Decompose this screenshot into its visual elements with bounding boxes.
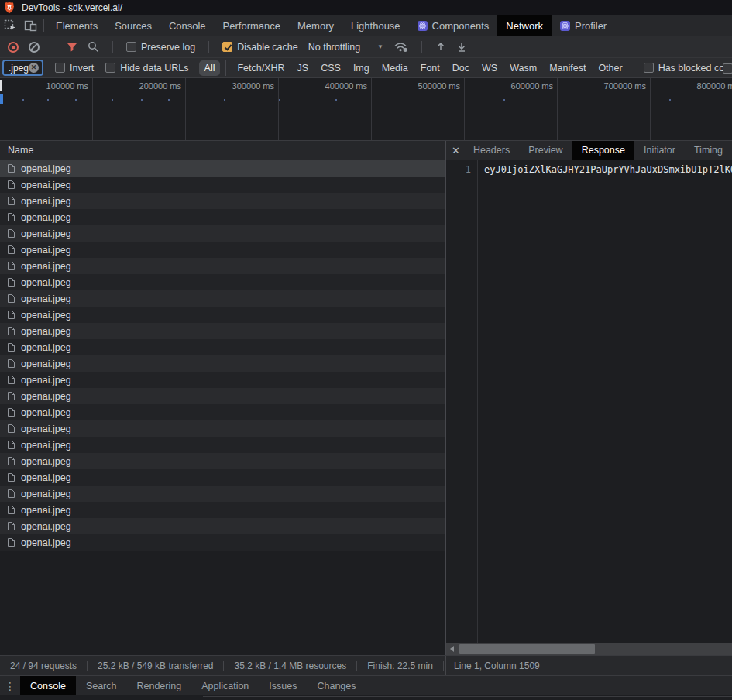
drawer-tab[interactable]: Changes	[307, 676, 366, 695]
response-content[interactable]: eyJ0IjoiZXlKaGJHY21PaUprYVhJaUxDSmxibU1p…	[478, 160, 732, 643]
request-row[interactable]: openai.jpeg	[0, 404, 445, 420]
request-row[interactable]: openai.jpeg	[0, 339, 445, 355]
request-row[interactable]: openai.jpeg	[0, 453, 445, 469]
resource-type-filter[interactable]: JS	[292, 60, 314, 76]
request-row[interactable]: openai.jpeg	[0, 307, 445, 323]
drawer-tab[interactable]: Application	[191, 676, 259, 695]
scrollbar-thumb[interactable]	[459, 644, 595, 654]
throttling-select[interactable]: No throttling ▼	[308, 42, 383, 53]
request-row[interactable]: openai.jpeg	[0, 160, 445, 177]
drawer-tab-label: Changes	[317, 681, 356, 691]
panel-tab[interactable]: Network	[497, 15, 552, 36]
request-row[interactable]: openai.jpeg	[0, 209, 445, 225]
resource-type-filter[interactable]: All	[199, 60, 221, 76]
request-row[interactable]: openai.jpeg	[0, 437, 445, 453]
invert-checkbox[interactable]: Invert	[55, 63, 94, 74]
details-tab[interactable]: Headers	[464, 141, 519, 160]
resource-type-filter[interactable]: Fetch/XHR	[225, 60, 290, 76]
name-column-header[interactable]: Name	[0, 141, 445, 160]
preserve-log-checkbox[interactable]: Preserve log	[126, 42, 195, 53]
request-row[interactable]: openai.jpeg	[0, 355, 445, 372]
network-overview-timeline[interactable]: 100000 ms200000 ms300000 ms400000 ms5000…	[0, 78, 732, 141]
device-toolbar-button[interactable]	[20, 15, 40, 36]
resource-type-filter[interactable]: CSS	[315, 60, 346, 76]
request-row[interactable]: openai.jpeg	[0, 290, 445, 307]
inspect-element-button[interactable]	[0, 15, 20, 36]
resource-type-label: All	[204, 63, 215, 74]
search-icon[interactable]	[88, 41, 99, 53]
network-conditions-icon[interactable]	[393, 41, 408, 53]
overview-activity-mark	[75, 99, 77, 101]
drawer-tab[interactable]: Issues	[259, 676, 307, 695]
request-row[interactable]: openai.jpeg	[0, 258, 445, 274]
filter-input-value: .jpeg	[9, 63, 29, 74]
checkbox-unchecked[interactable]	[55, 63, 65, 73]
details-tab[interactable]: Preview	[519, 141, 572, 160]
panel-tab[interactable]: Console	[160, 15, 215, 36]
kebab-menu-icon[interactable]: ⋮	[0, 676, 20, 695]
import-har-icon[interactable]	[435, 41, 446, 53]
document-icon	[7, 245, 15, 255]
drawer-tab[interactable]: Rendering	[126, 676, 191, 695]
panel-tab[interactable]: Memory	[289, 15, 342, 36]
checkbox-checked[interactable]	[222, 42, 232, 52]
disable-cache-checkbox[interactable]: Disable cache	[222, 42, 298, 53]
hide-data-urls-checkbox[interactable]: Hide data URLs	[105, 63, 188, 74]
details-tab[interactable]: Response	[572, 141, 634, 160]
record-network-log-button[interactable]	[8, 42, 19, 53]
request-row[interactable]: openai.jpeg	[0, 177, 445, 193]
request-row[interactable]: openai.jpeg	[0, 502, 445, 518]
react-icon	[418, 21, 428, 31]
clear-network-log-button[interactable]	[29, 42, 40, 53]
clear-filter-icon[interactable]: ✕	[29, 63, 39, 73]
blocked-requests-checkbox-clipped[interactable]	[723, 63, 732, 74]
drawer-tab[interactable]: Console	[20, 676, 76, 695]
request-row[interactable]: openai.jpeg	[0, 193, 445, 209]
panel-tab-label: Console	[169, 20, 206, 32]
document-icon	[7, 440, 15, 450]
panel-tab[interactable]: Profiler	[552, 15, 615, 36]
resource-type-filter[interactable]: Doc	[447, 60, 475, 76]
panel-tab[interactable]: Performance	[215, 15, 289, 36]
resource-type-filter[interactable]: Img	[348, 60, 375, 76]
resource-type-filter[interactable]: Manifest	[544, 60, 591, 76]
export-har-icon[interactable]	[456, 41, 467, 53]
filter-icon[interactable]	[67, 42, 77, 53]
checkbox-unchecked[interactable]	[126, 42, 136, 52]
request-row[interactable]: openai.jpeg	[0, 518, 445, 534]
panel-tab[interactable]: Sources	[106, 15, 160, 36]
request-row[interactable]: openai.jpeg	[0, 323, 445, 339]
checkbox-unchecked[interactable]	[644, 63, 654, 73]
document-icon	[7, 293, 15, 304]
has-blocked-cookies-checkbox[interactable]: Has blocked cookies	[644, 63, 732, 74]
request-row[interactable]: openai.jpeg	[0, 486, 445, 502]
resource-type-filter[interactable]: Wasm	[504, 60, 542, 76]
request-row[interactable]: openai.jpeg	[0, 242, 445, 258]
timeline-ruler: 100000 ms200000 ms300000 ms400000 ms5000…	[0, 78, 732, 140]
resource-type-filter[interactable]: WS	[476, 60, 503, 76]
request-row[interactable]: openai.jpeg	[0, 420, 445, 437]
resource-type-filter[interactable]: Font	[415, 60, 445, 76]
request-row[interactable]: openai.jpeg	[0, 372, 445, 388]
details-tab[interactable]: Timing	[685, 141, 732, 160]
scroll-left-arrow-icon[interactable]	[446, 643, 457, 655]
request-row[interactable]: openai.jpeg	[0, 388, 445, 404]
checkbox-unchecked[interactable]	[105, 63, 115, 73]
filter-input[interactable]: .jpeg ✕	[2, 60, 43, 76]
horizontal-scrollbar[interactable]	[446, 643, 732, 655]
panel-tab[interactable]: Components	[409, 15, 498, 36]
panel-tab-label: Sources	[115, 20, 152, 32]
throttling-value: No throttling	[308, 42, 360, 53]
request-row[interactable]: openai.jpeg	[0, 225, 445, 242]
drawer-tab[interactable]: Search	[76, 676, 127, 695]
request-row[interactable]: openai.jpeg	[0, 469, 445, 486]
request-row[interactable]: openai.jpeg	[0, 534, 445, 551]
panel-tab[interactable]: Elements	[47, 15, 106, 36]
resource-type-filter[interactable]: Other	[593, 60, 627, 76]
response-viewer: 1 eyJ0IjoiZXlKaGJHY21PaUprYVhJaUxDSmxibU…	[446, 160, 732, 643]
request-row[interactable]: openai.jpeg	[0, 274, 445, 290]
resource-type-filter[interactable]: Media	[376, 60, 414, 76]
details-tab[interactable]: Initiator	[634, 141, 685, 160]
close-icon[interactable]: ✕	[448, 141, 464, 160]
panel-tab[interactable]: Lighthouse	[342, 15, 409, 36]
